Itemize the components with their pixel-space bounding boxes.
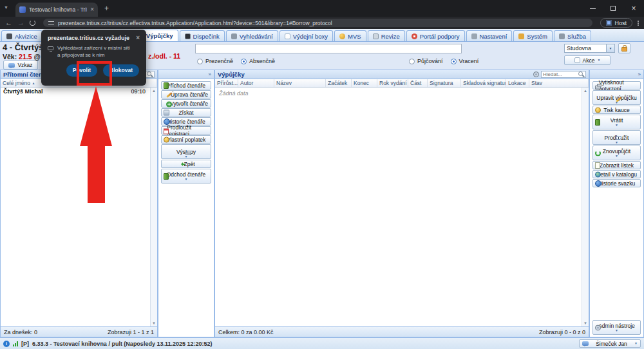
- admin-tools-button[interactable]: Admin nástroje ▼: [592, 320, 641, 335]
- scan-input[interactable]: [195, 44, 462, 53]
- network-device-icon: [48, 46, 53, 50]
- new-tab-button[interactable]: +: [104, 5, 109, 12]
- reader-departure-button[interactable]: Odchod čtenáře ▼: [161, 169, 211, 184]
- printer-icon: [595, 85, 601, 90]
- tab-sluzba[interactable]: Služba: [554, 30, 591, 41]
- tab-portal-podpory[interactable]: Portál podpory: [406, 30, 465, 41]
- search-icon[interactable]: [147, 71, 153, 77]
- lock-button[interactable]: [618, 43, 630, 53]
- create-reader-button[interactable]: Vytvořit čtenáře: [161, 99, 211, 108]
- dropdown-arrow-icon: ▼: [185, 178, 188, 181]
- edit-reader-button[interactable]: Úprava čtenáře: [161, 90, 211, 99]
- volume-history-button[interactable]: Historie svazku: [592, 179, 641, 187]
- scroll-down-icon[interactable]: ▼: [152, 321, 156, 325]
- loan-actions-panel: » Vytisknout potvrzení Upravit výpůjčku …: [589, 70, 644, 337]
- tab-akvizice[interactable]: Akvizice: [1, 30, 43, 41]
- dropdown-arrow-icon: ▼: [615, 155, 618, 158]
- search-icon[interactable]: [578, 71, 584, 77]
- table-row[interactable]: Čtvrtýš Michal 09:10: [1, 88, 157, 95]
- actions-button[interactable]: Akce ▼: [564, 55, 611, 65]
- loans-search-input[interactable]: [541, 71, 586, 78]
- sort-asc-icon: ▲: [32, 82, 35, 85]
- info-icon[interactable]: i: [3, 341, 10, 347]
- scroll-down-icon[interactable]: ▼: [583, 321, 587, 325]
- tab-nastaveni[interactable]: Nastavení: [466, 30, 513, 41]
- plus-icon: [166, 101, 172, 107]
- tab-system[interactable]: Systém: [513, 30, 553, 41]
- radio-pujcovani[interactable]: [409, 59, 415, 64]
- borrow-again-button[interactable]: Znovupůjčit ▼: [592, 146, 641, 160]
- show-slip-button[interactable]: Zobrazit lístek: [592, 161, 641, 169]
- get-reader-button[interactable]: Získat: [161, 108, 211, 117]
- profile-avatar-icon: [606, 20, 612, 26]
- status-badge: [P]: [21, 341, 29, 347]
- extend-registration-button[interactable]: Prodloužit registraci: [161, 126, 211, 135]
- loan-actions-header: »: [590, 70, 643, 79]
- reader-actions-body: Příchod čtenáře Úprava čtenáře Vytvořit …: [158, 79, 214, 337]
- history-icon: [595, 180, 601, 187]
- gear-icon[interactable]: [533, 71, 539, 77]
- box-icon: [285, 33, 290, 39]
- address-bar[interactable]: prezentace.tritius.cz/tritius/cz.effecti…: [43, 19, 592, 27]
- globe-icon: [595, 171, 601, 177]
- mode-radio-group: Půjčování Vracení: [409, 58, 484, 64]
- catalog-detail-button[interactable]: Detail v katalogu: [592, 170, 641, 178]
- browser-tab[interactable]: Testovací knihovna - Tritius ×: [15, 3, 98, 17]
- loans-search-field[interactable]: [543, 71, 577, 77]
- print-receipt-button[interactable]: Vytisknout potvrzení: [592, 81, 641, 90]
- profile-button[interactable]: Host: [600, 18, 632, 28]
- location-select[interactable]: Studovna ▼: [564, 44, 615, 53]
- close-button[interactable]: ×: [623, 0, 644, 17]
- outputs-button[interactable]: Výstupy ▼: [161, 144, 211, 159]
- radio-vraceni[interactable]: [451, 59, 457, 64]
- empty-table-message: Žádná data: [215, 88, 589, 99]
- cart-icon: [6, 33, 12, 39]
- reader-actions-header: »: [158, 70, 214, 79]
- minimize-button[interactable]: [582, 0, 603, 17]
- radio-prezencne[interactable]: [197, 59, 203, 64]
- reload-icon[interactable]: [30, 20, 35, 26]
- maximize-button[interactable]: [603, 0, 623, 17]
- tab-close-icon[interactable]: ×: [90, 6, 94, 13]
- calendar-icon: [164, 128, 169, 134]
- radio-absencne[interactable]: [241, 59, 247, 64]
- tools-icon: [518, 33, 524, 39]
- readers-scrollbar[interactable]: ▲ ▼: [150, 88, 157, 326]
- tab-vyhledavani[interactable]: Vyhledávání: [226, 30, 278, 41]
- tab-revize[interactable]: Revize: [368, 30, 405, 41]
- loans-column-header[interactable]: Přírůst... Autor Název Začátek Konec Rok…: [215, 79, 589, 88]
- back-arrow-icon: [179, 161, 185, 167]
- coin-icon: [595, 107, 601, 113]
- collapse-panel-icon[interactable]: »: [209, 72, 211, 77]
- edit-loan-button[interactable]: Upravit výpůjčku ▼: [592, 90, 641, 105]
- tab-search-chevron-icon[interactable]: ▼: [4, 5, 8, 10]
- custom-fee-button[interactable]: Vlastní poplatek: [161, 135, 211, 144]
- tab-vydejni-boxy[interactable]: Výdejní boxy: [279, 30, 333, 41]
- current-user-button[interactable]: Šimeček Jan ▼: [579, 339, 641, 348]
- profile-label: Host: [614, 20, 627, 26]
- tab-dispecink[interactable]: Dispečink: [180, 30, 225, 41]
- annotation-highlight-rect: [77, 61, 112, 86]
- globe-icon: [339, 33, 345, 39]
- scroll-up-icon[interactable]: ▲: [583, 89, 587, 93]
- scroll-up-icon[interactable]: ▲: [152, 89, 156, 93]
- loans-panel: Výpůjčky Přírůst... Autor Název Začátek …: [214, 70, 589, 337]
- back-icon[interactable]: ←: [5, 19, 12, 26]
- collapse-panel-icon[interactable]: »: [638, 72, 641, 77]
- service-wrench-icon: [559, 33, 565, 39]
- print-deposit-button[interactable]: Tisk kauce: [592, 106, 641, 114]
- browser-menu-icon[interactable]: [638, 21, 639, 26]
- gear-icon: [595, 325, 601, 330]
- loans-scrollbar[interactable]: ▲ ▼: [582, 88, 589, 326]
- prolong-button[interactable]: Prodloužit ▼: [592, 130, 641, 145]
- tab-mvs[interactable]: MVS: [334, 30, 366, 41]
- reader-arrival-button[interactable]: Příchod čtenáře: [161, 81, 211, 90]
- return-button[interactable]: Vrátit ▼: [592, 115, 641, 129]
- annotation-arrow-head: [80, 86, 112, 146]
- forward-icon[interactable]: →: [17, 19, 24, 26]
- message-button[interactable]: Vzkaz: [3, 61, 38, 70]
- back-button[interactable]: Zpět: [161, 160, 211, 168]
- close-icon[interactable]: ×: [136, 35, 140, 41]
- site-settings-icon[interactable]: [48, 21, 54, 25]
- lifebuoy-icon: [412, 33, 417, 39]
